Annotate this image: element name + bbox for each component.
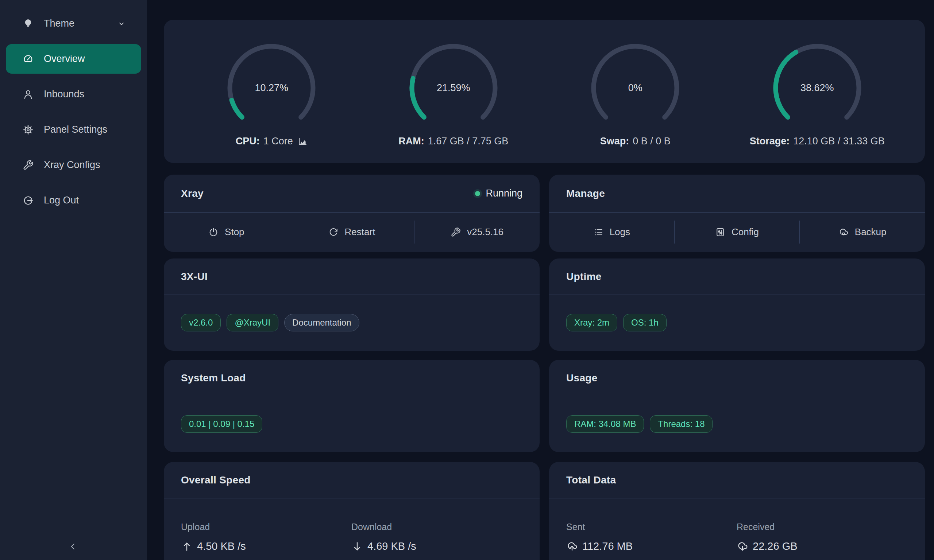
status-dot [475, 191, 480, 196]
total-data-card: Total Data Sent 112.76 MB Received [549, 462, 925, 560]
lightbulb-icon [23, 18, 34, 29]
ram-gauge: 21.59% RAM: 1.67 GB / 7.75 GB [363, 42, 545, 163]
sidebar-item-log-out[interactable]: Log Out [6, 186, 141, 215]
sidebar-item-label: Xray Configs [44, 159, 100, 171]
wrench-icon [451, 227, 461, 237]
sidebar-collapse-button[interactable] [65, 538, 81, 555]
arrow-up-icon [181, 541, 193, 552]
storage-label: Storage: 12.10 GB / 31.33 GB [750, 135, 885, 147]
status-label: Running [485, 188, 522, 199]
threads-tag: Threads: 18 [650, 415, 712, 433]
swap-percent: 0% [590, 42, 681, 134]
gear-icon [23, 124, 34, 135]
restart-button[interactable]: Restart [289, 212, 415, 252]
cpu-history-chart-icon[interactable] [297, 136, 308, 146]
xray-card-title: Xray [181, 188, 203, 199]
dashboard-icon [23, 54, 34, 65]
user-icon [23, 89, 34, 100]
ram-percent: 21.59% [408, 42, 499, 134]
storage-gauge: 38.62% Storage: 12.10 GB / 31.33 GB [726, 42, 908, 163]
xrayui-tag[interactable]: @XrayUI [227, 314, 278, 331]
upload-label: Upload [181, 522, 351, 532]
uptime-card: Uptime Xray: 2m OS: 1h [549, 258, 925, 351]
xui-card: 3X-UI v2.6.0 @XrayUI Documentation [164, 258, 539, 351]
sidebar: Theme Overview Inbounds [0, 0, 147, 560]
xui-card-title: 3X-UI [181, 271, 208, 283]
logout-icon [23, 195, 34, 206]
sidebar-item-theme[interactable]: Theme [6, 9, 141, 38]
overall-speed-card: Overall Speed Upload 4.50 KB /s Download… [164, 462, 539, 560]
upload-stat: Upload 4.50 KB /s [181, 522, 351, 552]
received-value: 22.26 GB [753, 540, 798, 552]
chevron-left-icon [68, 542, 78, 552]
download-value: 4.69 KB /s [367, 540, 416, 552]
sidebar-item-panel-settings[interactable]: Panel Settings [6, 115, 141, 145]
swap-gauge: 0% Swap: 0 B / 0 B [544, 42, 726, 163]
received-stat: Received 22.26 GB [737, 522, 907, 552]
upload-value: 4.50 KB /s [197, 540, 246, 552]
cloud-upload-icon [566, 541, 578, 552]
arrow-down-icon [351, 541, 363, 552]
received-label: Received [737, 522, 907, 532]
backup-button[interactable]: Backup [800, 212, 925, 252]
version-tag[interactable]: v2.6.0 [181, 314, 221, 331]
usage-card-title: Usage [566, 372, 598, 384]
cloud-backup-icon [838, 227, 849, 237]
system-load-card: System Load 0.01 | 0.09 | 0.15 [164, 360, 539, 452]
sent-value: 112.76 MB [582, 540, 633, 552]
ram-label: RAM: 1.67 GB / 7.75 GB [398, 135, 508, 147]
chevron-down-icon [117, 19, 126, 28]
sidebar-item-label: Overview [44, 53, 85, 65]
usage-card: Usage RAM: 34.08 MB Threads: 18 [549, 360, 925, 452]
cpu-label: CPU: 1 Core [236, 135, 308, 147]
logs-button[interactable]: Logs [549, 212, 674, 252]
sidebar-item-xray-configs[interactable]: Xray Configs [6, 150, 141, 180]
xray-version-button[interactable]: v25.5.16 [415, 212, 539, 252]
cpu-gauge: 10.27% CPU: 1 Core [180, 42, 363, 163]
sidebar-item-label: Theme [44, 18, 74, 29]
load-average-tag: 0.01 | 0.09 | 0.15 [181, 415, 262, 433]
download-label: Download [351, 522, 522, 532]
sidebar-item-label: Inbounds [44, 89, 84, 100]
sliders-icon [715, 227, 725, 237]
restart-icon [328, 227, 339, 237]
config-button[interactable]: Config [675, 212, 800, 252]
sent-label: Sent [566, 522, 737, 532]
uptime-card-title: Uptime [566, 271, 602, 283]
manage-card: Manage Logs Config [549, 175, 925, 252]
storage-percent: 38.62% [772, 42, 863, 134]
cpu-percent: 10.27% [226, 42, 317, 134]
download-stat: Download 4.69 KB /s [351, 522, 522, 552]
power-icon [208, 227, 219, 237]
xray-card: Xray Running Stop Restart v25.5 [164, 175, 539, 252]
ram-usage-tag: RAM: 34.08 MB [566, 415, 644, 433]
sent-stat: Sent 112.76 MB [566, 522, 737, 552]
sidebar-item-overview[interactable]: Overview [6, 44, 141, 74]
overall-speed-card-title: Overall Speed [181, 474, 251, 486]
cloud-download-icon [737, 541, 748, 552]
manage-card-title: Manage [566, 188, 605, 199]
stop-button[interactable]: Stop [164, 212, 289, 252]
total-data-card-title: Total Data [566, 474, 616, 486]
system-load-card-title: System Load [181, 372, 246, 384]
list-icon [593, 227, 603, 237]
sidebar-item-label: Panel Settings [44, 124, 107, 135]
os-uptime-tag: OS: 1h [623, 314, 667, 331]
xray-uptime-tag: Xray: 2m [566, 314, 617, 331]
sidebar-item-inbounds[interactable]: Inbounds [6, 80, 141, 109]
wrench-icon [23, 160, 34, 171]
swap-label: Swap: 0 B / 0 B [600, 135, 670, 147]
xray-status: Running [475, 188, 522, 199]
sidebar-item-label: Log Out [44, 195, 79, 206]
system-status-card: 10.27% CPU: 1 Core 21.59% RAM: 1.67 GB /… [164, 20, 925, 163]
documentation-tag[interactable]: Documentation [284, 314, 359, 331]
